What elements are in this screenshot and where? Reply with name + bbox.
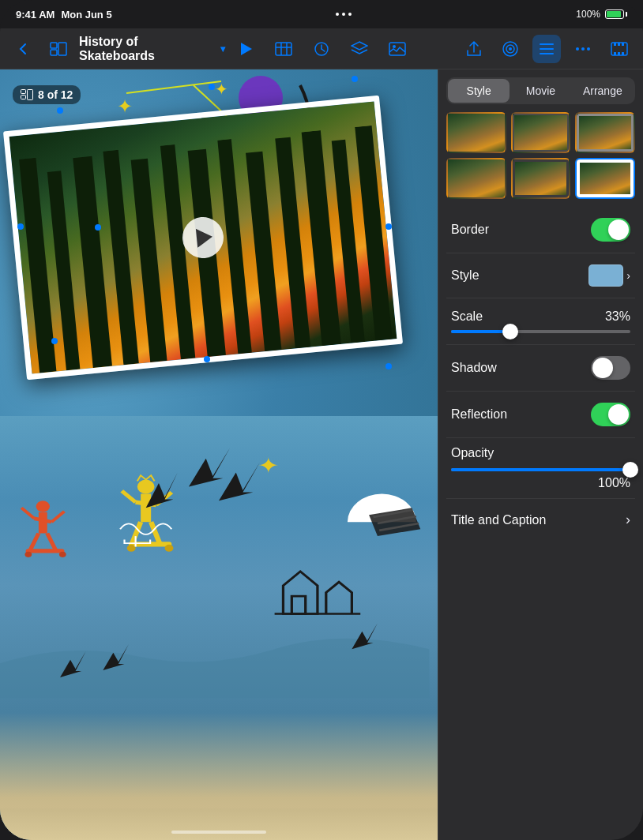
svg-point-63 [25, 552, 32, 557]
slides-panel-button[interactable] [44, 35, 73, 63]
svg-line-70 [122, 491, 135, 502]
layers-button[interactable] [345, 35, 374, 63]
border-label: Border [451, 223, 489, 237]
svg-marker-3 [241, 43, 252, 55]
title-chevron-icon: ▾ [220, 43, 225, 54]
svg-line-60 [21, 508, 34, 519]
shadow-control-row: Shadow [446, 345, 635, 392]
clock-button[interactable] [307, 35, 336, 63]
status-bar: 9:41 AM Mon Jun 5 100% [0, 0, 643, 28]
svg-line-59 [47, 534, 56, 550]
scale-slider-thumb[interactable] [502, 324, 518, 339]
selection-handle-left [95, 224, 101, 231]
svg-rect-25 [622, 52, 624, 55]
battery-icon [605, 9, 627, 19]
style-thumb-6[interactable] [575, 158, 635, 199]
svg-rect-11 [389, 43, 405, 55]
svg-rect-1 [51, 50, 57, 55]
scale-slider-fill [451, 330, 510, 333]
media-button[interactable] [383, 35, 412, 63]
svg-line-61 [51, 512, 64, 522]
status-date: Mon Jun 5 [61, 9, 111, 21]
main-content: 8 of 12 ✦ ✦ [0, 69, 643, 840]
style-picker-button[interactable]: › [588, 264, 630, 287]
selection-handle-bm [204, 356, 210, 362]
toolbar-center [231, 35, 412, 63]
svg-marker-76 [219, 462, 260, 501]
svg-marker-75 [189, 448, 230, 486]
battery-percent: 100% [576, 9, 600, 20]
shadow-toggle[interactable] [591, 356, 630, 380]
toolbar-right [418, 35, 634, 63]
style-thumb-2[interactable] [511, 112, 571, 153]
svg-rect-2 [58, 43, 66, 55]
opacity-control-row: Opacity 100% [446, 438, 635, 499]
document-title-area[interactable]: History of Skateboards ▾ [79, 35, 225, 63]
opacity-value: 100% [598, 476, 630, 490]
svg-rect-21 [618, 43, 620, 46]
svg-point-74 [165, 545, 174, 552]
opacity-slider-thumb[interactable] [622, 462, 638, 478]
svg-point-73 [127, 545, 136, 552]
svg-rect-0 [51, 43, 57, 48]
canvas-area[interactable]: 8 of 12 ✦ ✦ [0, 69, 438, 840]
title-caption-chevron-icon: › [626, 512, 630, 528]
scale-control-row: Scale 33% [446, 298, 635, 345]
border-toggle[interactable] [591, 218, 630, 242]
svg-rect-20 [614, 43, 616, 46]
svg-rect-22 [622, 43, 624, 46]
slide-counter: 8 of 12 [38, 88, 73, 101]
play-button[interactable] [231, 35, 260, 63]
slides-icon [21, 89, 33, 100]
style-control-row: Style › [446, 253, 635, 298]
table-button[interactable] [269, 35, 298, 63]
shadow-label: Shadow [451, 361, 497, 375]
video-frame-container[interactable] [3, 96, 403, 380]
reflection-toggle[interactable] [591, 403, 630, 426]
tab-arrange[interactable]: Arrange [572, 79, 634, 103]
style-preview-swatch [588, 264, 623, 287]
style-thumb-3[interactable] [575, 112, 635, 153]
format-button[interactable] [532, 35, 561, 63]
scale-slider-track[interactable] [451, 330, 630, 333]
filmstrip-button[interactable] [605, 35, 634, 63]
back-button[interactable] [9, 35, 38, 63]
tab-movie[interactable]: Movie [510, 79, 571, 103]
border-control-row: Border [446, 207, 635, 253]
selection-handle-tl [57, 107, 63, 114]
scale-header: Scale 33% [451, 309, 630, 324]
status-right: 100% [576, 9, 627, 20]
svg-rect-4 [276, 43, 291, 55]
svg-rect-56 [39, 512, 47, 534]
share-button[interactable] [460, 35, 488, 63]
selection-handle-tr [352, 76, 358, 82]
reflection-control-row: Reflection [446, 392, 635, 438]
svg-rect-66 [141, 494, 151, 523]
reflection-label: Reflection [451, 407, 507, 422]
title-caption-row[interactable]: Title and Caption › [446, 499, 635, 541]
more-button[interactable] [569, 35, 597, 63]
status-time: 9:41 AM [16, 9, 55, 21]
style-chevron-icon: › [626, 269, 630, 282]
svg-rect-46 [131, 159, 167, 362]
style-thumb-5[interactable] [511, 158, 571, 199]
opacity-slider-track[interactable] [451, 468, 630, 471]
svg-point-15 [509, 47, 512, 51]
svg-rect-26 [21, 90, 26, 94]
svg-rect-27 [21, 96, 26, 99]
video-content [9, 101, 397, 373]
panel-tabs: Style Movie Arrange [446, 77, 635, 104]
home-indicator [171, 831, 266, 834]
svg-point-65 [137, 480, 155, 494]
style-label: Style [451, 268, 479, 283]
style-grid [438, 104, 643, 207]
selection-handle-bl [51, 338, 58, 344]
play-triangle-icon [196, 227, 213, 248]
svg-point-16 [576, 47, 579, 51]
tab-style[interactable]: Style [448, 79, 510, 103]
style-thumb-4[interactable] [446, 158, 506, 199]
animate-button[interactable] [496, 35, 525, 63]
style-thumb-1[interactable] [446, 112, 506, 153]
svg-line-10 [322, 49, 325, 51]
svg-line-57 [34, 519, 51, 522]
